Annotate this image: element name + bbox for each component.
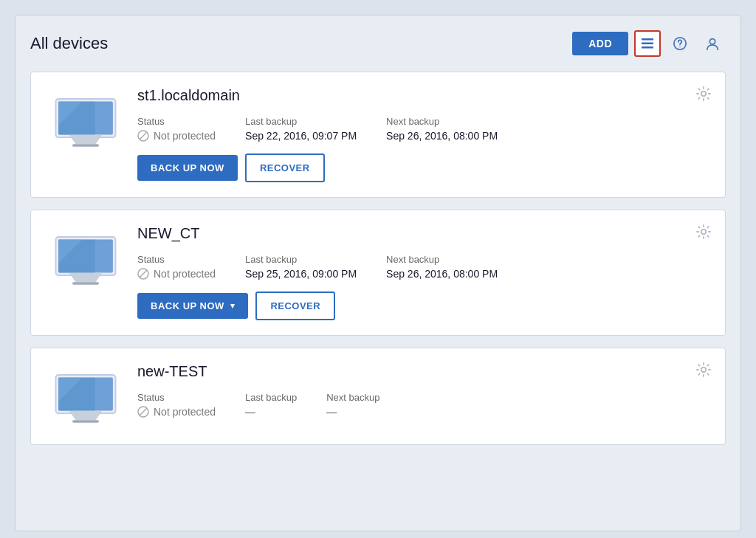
gear-button-3[interactable] (695, 362, 712, 382)
device-name-1: st1.localdomain (137, 87, 707, 104)
status-value-3: Not protected (137, 406, 216, 418)
not-protected-icon-1 (137, 130, 149, 142)
gear-icon-3 (695, 362, 712, 378)
device-buttons-2: BACK UP NOW ▾ RECOVER (137, 292, 707, 320)
svg-marker-8 (69, 135, 103, 145)
monitor-icon-3 (52, 370, 119, 426)
svg-rect-27 (72, 420, 99, 423)
user-button[interactable] (699, 30, 726, 57)
last-backup-label-2: Last backup (245, 254, 357, 265)
device-card-2: NEW_CT Status Not protected La (30, 210, 726, 336)
svg-rect-1 (642, 43, 653, 45)
device-name-2: NEW_CT (137, 225, 707, 242)
next-backup-value-1: Sep 26, 2016, 08:00 PM (386, 130, 498, 142)
not-protected-icon-3 (137, 406, 149, 418)
status-value-1: Not protected (137, 130, 216, 142)
monitor-icon-2 (52, 232, 119, 288)
device-buttons-1: BACK UP NOW RECOVER (137, 154, 707, 182)
device-info-1: st1.localdomain Status Not protected (137, 87, 707, 182)
device-info-3: new-TEST Status Not protected (137, 363, 707, 430)
svg-rect-2 (642, 46, 653, 49)
status-label-3: Status (137, 392, 216, 403)
page-title: All devices (30, 34, 108, 53)
svg-point-23 (701, 230, 706, 234)
next-backup-group-3: Next backup — (326, 392, 379, 418)
device-card-3: new-TEST Status Not protected (30, 348, 726, 445)
svg-point-32 (701, 368, 706, 372)
backup-dropdown-arrow-2: ▾ (230, 301, 236, 311)
backup-now-button-2[interactable]: BACK UP NOW ▾ (137, 293, 248, 319)
last-backup-value-1: Sep 22, 2016, 09:07 PM (245, 130, 357, 142)
header-actions: ADD (572, 30, 726, 57)
svg-rect-18 (72, 282, 99, 285)
next-backup-value-2: Sep 26, 2016, 08:00 PM (386, 268, 498, 280)
status-label-1: Status (137, 116, 216, 127)
device-info-2: NEW_CT Status Not protected La (137, 225, 707, 320)
last-backup-value-2: Sep 25, 2016, 09:00 PM (245, 268, 357, 280)
device-card-1: st1.localdomain Status Not protected (30, 72, 726, 198)
svg-rect-9 (72, 144, 99, 147)
device-meta-3: Status Not protected Last backup — (137, 392, 707, 418)
device-name-3: new-TEST (137, 363, 707, 380)
help-icon (673, 36, 687, 51)
status-label-2: Status (137, 254, 216, 265)
device-icon-2 (49, 232, 123, 288)
monitor-icon-1 (52, 94, 119, 150)
next-backup-label-1: Next backup (386, 116, 498, 127)
svg-point-14 (701, 92, 706, 96)
recover-button-2[interactable]: RECOVER (255, 292, 335, 320)
svg-point-5 (709, 39, 715, 44)
app-container: All devices ADD (15, 15, 741, 531)
status-group-3: Status Not protected (137, 392, 216, 418)
add-button[interactable]: ADD (572, 32, 628, 55)
device-icon-3 (49, 370, 123, 426)
next-backup-value-3: — (326, 406, 379, 418)
gear-icon-1 (695, 86, 712, 102)
gear-button-2[interactable] (695, 224, 712, 244)
device-meta-1: Status Not protected Last backup Sep 22,… (137, 116, 707, 142)
header: All devices ADD (30, 30, 726, 57)
last-backup-group-3: Last backup — (245, 392, 297, 418)
help-button[interactable] (667, 30, 693, 57)
not-protected-icon-2 (137, 268, 149, 280)
status-value-2: Not protected (137, 268, 216, 280)
status-group-2: Status Not protected (137, 254, 216, 280)
user-icon (705, 36, 720, 51)
gear-icon-2 (695, 224, 712, 240)
svg-marker-17 (69, 273, 103, 283)
last-backup-label-1: Last backup (245, 116, 357, 127)
next-backup-label-2: Next backup (386, 254, 498, 265)
svg-marker-26 (69, 411, 103, 421)
list-view-button[interactable] (634, 30, 661, 57)
recover-button-1[interactable]: RECOVER (245, 154, 325, 182)
svg-line-13 (140, 132, 147, 139)
list-view-icon (640, 36, 655, 51)
svg-line-22 (140, 270, 147, 277)
status-group-1: Status Not protected (137, 116, 216, 142)
next-backup-group-2: Next backup Sep 26, 2016, 08:00 PM (386, 254, 498, 280)
svg-rect-0 (642, 38, 653, 41)
device-meta-2: Status Not protected Last backup Sep 25,… (137, 254, 707, 280)
last-backup-group-2: Last backup Sep 25, 2016, 09:00 PM (245, 254, 357, 280)
last-backup-label-3: Last backup (245, 392, 297, 403)
last-backup-group-1: Last backup Sep 22, 2016, 09:07 PM (245, 116, 357, 142)
gear-button-1[interactable] (695, 86, 712, 106)
device-icon-1 (49, 94, 123, 150)
devices-list: st1.localdomain Status Not protected (30, 72, 726, 445)
backup-now-button-1[interactable]: BACK UP NOW (137, 155, 238, 181)
svg-point-4 (679, 46, 680, 47)
last-backup-value-3: — (245, 406, 297, 418)
next-backup-label-3: Next backup (326, 392, 379, 403)
svg-line-31 (140, 408, 147, 415)
next-backup-group-1: Next backup Sep 26, 2016, 08:00 PM (386, 116, 498, 142)
